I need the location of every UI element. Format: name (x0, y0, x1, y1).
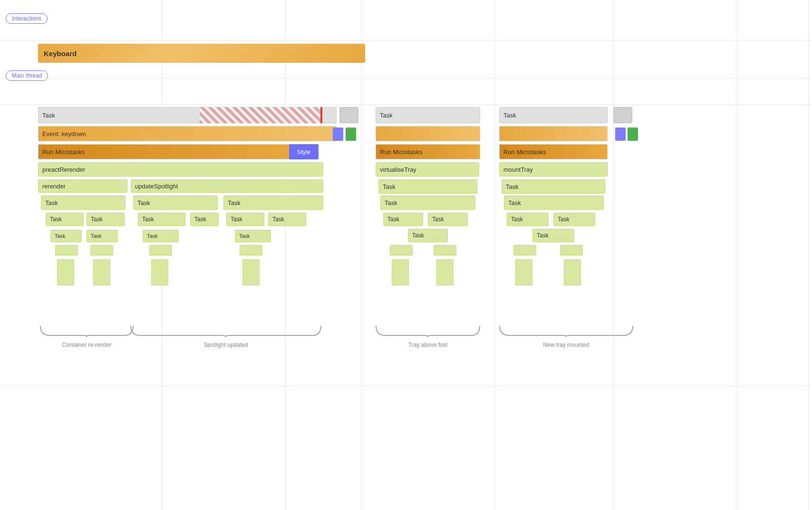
run-microtasks-right2: Run Microtasks (499, 144, 608, 159)
task-u5: Task (143, 230, 179, 242)
task-m7 (560, 245, 583, 255)
label-container-rerender: Container re-render (38, 342, 135, 348)
task-v1: Task (378, 179, 477, 194)
main-thread-pill[interactable]: Main thread (6, 70, 48, 81)
label-spotlight-updated: Spotlight updated (128, 342, 323, 348)
rerender-bar: rerender (38, 179, 127, 193)
brace-container-rerender (38, 324, 135, 338)
task-u3: Task (226, 213, 264, 226)
task-v5: Task (408, 229, 448, 242)
mount-tray-bar: mountTray (499, 162, 608, 177)
task-r5 (55, 245, 78, 255)
brace-spotlight-updated (128, 324, 323, 338)
grid-line-v (494, 0, 495, 510)
interactions-pill[interactable]: Interactions (6, 13, 48, 24)
task-m9 (564, 259, 581, 285)
grid-line-h (0, 78, 812, 79)
task-update1-l3: Task (133, 196, 218, 210)
label-tray-above-fold: Tray above fold (374, 342, 482, 348)
task-r6 (90, 245, 113, 255)
task-update2-l3: Task (223, 196, 323, 210)
virtualise-tray-bar: virtualiseTray (376, 162, 479, 177)
task-r3: Task (50, 230, 82, 242)
green-block-left (346, 128, 356, 141)
update-spotlight-bar: updateSpotlight (131, 179, 323, 193)
task-v7 (434, 245, 456, 255)
task-bar-right2-main: Task (499, 107, 608, 123)
task-m6 (513, 245, 536, 255)
task-v8 (392, 259, 409, 285)
brace-tray-above-fold (374, 324, 482, 338)
task-r1: Task (46, 213, 84, 226)
task-m1: Task (502, 179, 605, 194)
main-container: Interactions Keyboard Main thread Task E… (0, 0, 812, 510)
task-m4: Task (553, 213, 595, 226)
task-hatched-overlay (200, 107, 322, 123)
orange-bar-right2 (499, 126, 608, 141)
task-m5: Task (532, 229, 574, 242)
task-rerender-l3: Task (41, 196, 126, 210)
task-u6: Task (235, 230, 271, 242)
task-u2: Task (190, 213, 219, 226)
small-gray-block-left (339, 107, 358, 123)
run-microtasks-right1: Run Microtasks (376, 144, 480, 159)
grid-line-v (285, 0, 286, 510)
task-v6 (390, 245, 413, 255)
green-block-right2 (628, 128, 638, 141)
task-u10 (242, 259, 260, 285)
purple-block-right2 (615, 128, 626, 141)
purple-block-left (333, 128, 343, 141)
task-v3: Task (383, 213, 423, 226)
task-r8 (93, 259, 110, 285)
label-new-tray-mounted: New tray mounted (497, 342, 635, 348)
brace-new-tray-mounted (497, 324, 635, 338)
run-microtasks-left: Run Microtasks (38, 144, 304, 159)
task-v4: Task (428, 213, 468, 226)
grid-line-h (0, 40, 812, 41)
task-u8 (240, 245, 262, 255)
grid-line-v (808, 0, 809, 510)
task-u1: Task (138, 213, 185, 226)
task-r2: Task (87, 213, 125, 226)
task-u9 (151, 259, 168, 285)
grid-line-h (0, 105, 812, 105)
task-bar-right1-main: Task (376, 107, 480, 123)
grid-line-v (737, 0, 737, 510)
keyboard-bar: Keyboard (38, 44, 365, 63)
task-u7 (149, 245, 172, 255)
task-m8 (515, 259, 532, 285)
style-button[interactable]: Style (289, 144, 319, 159)
preact-rerender-bar: preactRerender (38, 162, 323, 177)
task-r7 (57, 259, 74, 285)
task-v9 (436, 259, 454, 285)
grid-line-v (361, 0, 362, 510)
grid-line-h (0, 385, 812, 386)
task-u4: Task (268, 213, 306, 226)
event-keydown-bar: Event: keydown (38, 126, 337, 141)
task-m2: Task (504, 196, 604, 210)
orange-bar-right1 (376, 126, 480, 141)
grid-line-v (613, 0, 614, 510)
gray-block-right2 (613, 107, 632, 123)
task-r4: Task (87, 230, 118, 242)
task-v2: Task (380, 196, 475, 210)
task-m3: Task (507, 213, 549, 226)
